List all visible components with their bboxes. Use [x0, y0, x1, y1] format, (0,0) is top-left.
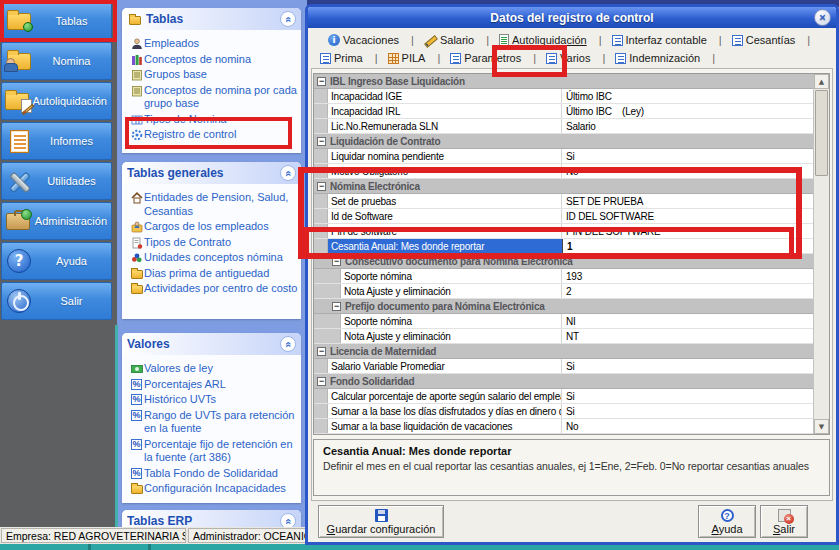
- sidebar-item-administracion[interactable]: Administración: [1, 202, 112, 240]
- save-configuration-button[interactable]: Guardar configuración: [318, 505, 444, 538]
- grid-row-sumar-dias[interactable]: Sumar a la base los días disfrutados y d…: [314, 404, 813, 419]
- grid-row-id-de-software[interactable]: Id de Software ID DEL SOFTWARE: [314, 209, 813, 224]
- collapse-icon[interactable]: [332, 302, 341, 311]
- sidebar-item-nomina[interactable]: Nomina: [1, 42, 112, 80]
- grid-row-nota-ajuste-consecutivo[interactable]: Nota Ajuste y eliminación 2: [314, 284, 813, 299]
- gear-icon: [129, 129, 144, 141]
- nav-item-rango-uvts[interactable]: % Rango de UVTs para retención en la fue…: [129, 409, 299, 436]
- tab-prima[interactable]: Prima: [315, 52, 383, 64]
- grid-row-soporte-nomina-prefijo[interactable]: Soporte nómina NI: [314, 314, 813, 329]
- collapse-chevron-icon[interactable]: [280, 11, 296, 27]
- grid-row-motivo-obligatorio[interactable]: Motivo Obligatorio No: [314, 164, 813, 179]
- task-card-tablas-generales: Tablas generales Entidades de Pension, S…: [122, 162, 301, 319]
- exit-power-icon: [2, 289, 36, 313]
- nav-item-registro-de-control[interactable]: Registro de control: [129, 128, 299, 142]
- help-question-icon: ?: [2, 249, 36, 273]
- folder-icon: [129, 268, 144, 279]
- grid-row-salario-variable[interactable]: Salario Variable Promediar Si: [314, 359, 813, 374]
- collapse-icon[interactable]: [317, 347, 326, 356]
- tab-vacaciones[interactable]: i Vacaciones: [323, 34, 419, 46]
- nav-item-tabla-fondo[interactable]: % Tabla Fondo de Solidaridad: [129, 467, 299, 481]
- collapse-icon[interactable]: [317, 182, 326, 191]
- grid-section-nomina-electronica: Nómina Electrónica: [314, 179, 813, 194]
- task-card-title: Tablas ERP: [127, 514, 192, 528]
- percent-icon: %: [129, 439, 144, 450]
- taskbar-tick: [148, 544, 151, 550]
- collapse-icon[interactable]: [317, 377, 326, 386]
- grid-row-sumar-vacaciones[interactable]: Sumar a la base liquidación de vacacione…: [314, 419, 813, 434]
- grid-row-soporte-nomina-consecutivo[interactable]: Soporte nómina 193: [314, 269, 813, 284]
- sidebar-item-label: Informes: [36, 135, 111, 147]
- person-icon: [129, 38, 144, 50]
- dialog-datos-registro-control: Datos del registro de control × i Vacaci…: [305, 4, 839, 545]
- sidebar-item-ayuda[interactable]: ? Ayuda: [1, 242, 112, 280]
- exit-button[interactable]: Salir: [760, 505, 808, 538]
- nav-item-config-incapacidades[interactable]: Configuración Incapacidades: [129, 482, 299, 496]
- list-icon: [615, 53, 626, 64]
- notebook-icon: [129, 85, 144, 97]
- grid-row-incapacidad-irl[interactable]: Incapacidad IRL Último IBC (Ley): [314, 104, 813, 119]
- scroll-down-icon[interactable]: [814, 419, 829, 434]
- folder-icon: [129, 283, 144, 294]
- sidebar-item-autoliquidacion[interactable]: Autoliquidación: [1, 82, 112, 120]
- grid-row-calcular-porcentaje[interactable]: Calcular porcentaje de aporte según sala…: [314, 389, 813, 404]
- grid-scrollbar[interactable]: [813, 74, 829, 434]
- grid-row-liquidar-pendiente[interactable]: Liquidar nomina pendiente Si: [314, 149, 813, 164]
- collapse-icon[interactable]: [317, 137, 326, 146]
- grid-icon: [388, 53, 399, 64]
- dialog-title-bar[interactable]: Datos del registro de control ×: [308, 7, 836, 28]
- nav-item-dias-prima[interactable]: Dias prima de antiguedad: [129, 267, 299, 281]
- close-icon[interactable]: ×: [814, 9, 831, 26]
- nav-item-empleados[interactable]: Empleados: [129, 37, 299, 51]
- nav-item-conceptos-nomina[interactable]: Conceptos de nomina: [129, 53, 299, 67]
- tab-interfaz-contable[interactable]: Interfaz contable: [607, 34, 727, 46]
- nav-item-grupos-base[interactable]: Grupos base: [129, 68, 299, 82]
- grid-row-nota-ajuste-prefijo[interactable]: Nota Ajuste y eliminación NT: [314, 329, 813, 344]
- collapse-chevron-icon[interactable]: [280, 336, 296, 352]
- scrollbar-thumb[interactable]: [815, 90, 828, 176]
- sidebar-item-salir[interactable]: Salir: [1, 282, 112, 320]
- sidebar-item-utilidades[interactable]: Utilidades: [1, 162, 112, 200]
- nav-item-valores-ley[interactable]: Valores de ley: [129, 362, 299, 376]
- sidebar-item-tablas[interactable]: Tablas: [1, 2, 112, 40]
- task-card-tablas-erp: Tablas ERP: [122, 510, 301, 527]
- sidebar-item-informes[interactable]: Informes: [1, 122, 112, 160]
- nav-item-cargos[interactable]: Cargos de los empleados: [129, 220, 299, 234]
- grid-row-incapacidad-ige[interactable]: Incapacidad IGE Último IBC: [314, 89, 813, 104]
- tab-indemnizacion[interactable]: Indemnización: [610, 52, 720, 64]
- payroll-person-folder-icon: [2, 53, 36, 70]
- nav-item-historico-uvts[interactable]: % Histórico UVTs: [129, 393, 299, 407]
- question-icon: ?: [721, 509, 734, 522]
- floppy-disk-icon: [375, 509, 388, 522]
- nav-item-porcentajes-arl[interactable]: % Porcentajes ARL: [129, 378, 299, 392]
- collapse-chevron-icon[interactable]: [280, 165, 296, 181]
- nav-item-entidades[interactable]: Entidades de Pension, Salud, Cesantias: [129, 191, 299, 218]
- nav-item-tipos-contrato[interactable]: Tipos de Contrato: [129, 236, 299, 250]
- help-button[interactable]: ? Ayuda: [698, 505, 756, 538]
- collapse-icon[interactable]: [332, 257, 341, 266]
- scroll-up-icon[interactable]: [814, 74, 829, 89]
- grid-row-set-de-pruebas[interactable]: Set de pruebas SET DE PRUEBA: [314, 194, 813, 209]
- notebook-icon: [129, 69, 144, 81]
- nav-item-actividades[interactable]: Actividades por centro de costo: [129, 282, 299, 296]
- nav-item-porcentaje-fijo[interactable]: % Porcentaje fijo de retención en la fue…: [129, 438, 299, 465]
- task-card-header[interactable]: Valores: [122, 333, 301, 355]
- nav-item-unidades[interactable]: Unidades conceptos nómina: [129, 251, 299, 265]
- task-card-header[interactable]: Tablas generales: [122, 162, 301, 184]
- tab-salario[interactable]: Salario: [419, 34, 494, 47]
- grid-row-lic-no-remunerada[interactable]: Lic.No.Remunerada SLN Salario: [314, 119, 813, 134]
- sidebar-divider: [115, 325, 118, 527]
- nav-item-conceptos-grupo-base[interactable]: Conceptos de nomina por cada grupo base: [129, 84, 299, 111]
- nav-item-tipos-nomina[interactable]: Tipos de Nomina: [129, 113, 299, 127]
- grid-row-cesantia-anual-selected[interactable]: Cesantia Anual: Mes donde reportar 1: [314, 239, 813, 254]
- tab-parametros[interactable]: Parametros: [445, 52, 541, 64]
- grid-row-pin-de-software[interactable]: Pin de software PIN DEL SOFTWARE: [314, 224, 813, 239]
- task-card-header[interactable]: Tablas: [122, 8, 301, 30]
- tab-pila[interactable]: PILA: [383, 52, 446, 64]
- collapse-icon[interactable]: [317, 77, 326, 86]
- tab-varios[interactable]: Varios: [541, 52, 610, 64]
- tab-autoliquidacion[interactable]: Autoliquidación: [494, 34, 606, 46]
- administration-toolbox-icon: [2, 213, 35, 230]
- tab-cesantias[interactable]: Cesantías: [727, 34, 815, 46]
- selfassessment-folder-pencil-icon: [2, 93, 32, 110]
